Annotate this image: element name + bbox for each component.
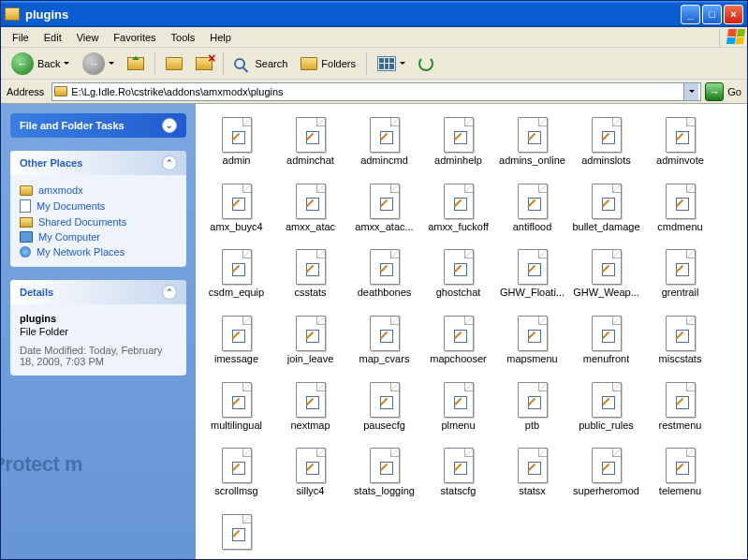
menu-help[interactable]: Help — [202, 30, 239, 45]
file-item[interactable]: amxx_atac... — [349, 184, 419, 233]
folder-sync-button[interactable] — [161, 54, 187, 73]
titlebar[interactable]: plugins _ □ × — [1, 1, 747, 27]
file-item[interactable]: pausecfg — [349, 382, 419, 432]
file-item[interactable]: csdm_equip — [201, 249, 271, 299]
link-label: amxmodx — [38, 184, 83, 196]
chevron-down-icon[interactable] — [400, 62, 405, 67]
details-modified: Date Modified: Today, February 18, 2009,… — [20, 344, 177, 368]
file-label: antiflood — [513, 221, 552, 233]
file-item[interactable]: superheromod — [571, 448, 641, 497]
mydoc-icon — [20, 199, 31, 213]
go-button[interactable]: → — [705, 82, 724, 101]
chevron-down-icon[interactable] — [64, 62, 69, 67]
file-label: map_cvars — [359, 353, 410, 365]
file-item[interactable]: amxx_fuckoff — [423, 184, 493, 233]
file-item[interactable]: join_leave — [275, 316, 345, 365]
panel-header[interactable]: File and Folder Tasks ⌄ — [10, 113, 186, 138]
menu-file[interactable]: File — [5, 30, 37, 45]
file-item[interactable]: mapchooser — [423, 316, 493, 365]
back-button[interactable]: ← Back — [7, 50, 74, 78]
file-item[interactable]: multilingual — [201, 382, 271, 432]
file-item[interactable]: adminhelp — [423, 117, 493, 167]
file-item[interactable]: restmenu — [645, 382, 715, 432]
file-item[interactable]: stats_logging — [349, 448, 419, 497]
file-pane[interactable]: adminadminchatadmincmdadminhelpadmins_on… — [196, 104, 747, 559]
file-item[interactable]: statsx — [497, 448, 567, 497]
file-item[interactable]: adminchat — [275, 117, 345, 167]
explorer-window: plugins _ □ × File Edit View Favorites T… — [0, 0, 748, 560]
sidebar-link-my-network-places[interactable]: My Network Places — [20, 244, 177, 259]
search-button[interactable]: Search — [229, 55, 292, 72]
panel-header[interactable]: Details ⌃ — [10, 280, 186, 304]
file-item[interactable]: bullet_damage — [571, 184, 641, 233]
file-item[interactable]: amx_buyc4 — [201, 184, 271, 233]
menu-tools[interactable]: Tools — [164, 30, 203, 45]
chevron-collapse-icon[interactable]: ⌄ — [162, 118, 177, 133]
menu-favorites[interactable]: Favorites — [106, 30, 163, 45]
up-button[interactable] — [123, 54, 149, 73]
file-item[interactable]: amxx_atac — [275, 184, 345, 233]
forward-button[interactable]: → — [78, 50, 119, 78]
minimize-button[interactable]: _ — [681, 5, 700, 24]
sidebar-link-shared-documents[interactable]: Shared Documents — [20, 214, 177, 229]
file-item[interactable]: plmenu — [423, 382, 493, 432]
file-item[interactable]: admins_online — [497, 117, 567, 167]
back-label: Back — [37, 58, 60, 69]
file-item[interactable]: ptb — [497, 382, 567, 432]
address-dropdown[interactable] — [683, 83, 698, 100]
folder-delete-button[interactable] — [191, 54, 217, 73]
file-item[interactable]: nextmap — [275, 382, 345, 432]
go-label: Go — [727, 86, 741, 97]
file-item[interactable]: statscfg — [423, 448, 493, 497]
chevron-down-icon[interactable] — [109, 62, 114, 67]
watermark: Protect m — [1, 452, 82, 477]
menu-view[interactable]: View — [69, 30, 107, 45]
file-label: multilingual — [211, 420, 262, 432]
folders-button[interactable]: Folders — [296, 54, 360, 73]
sidebar-link-my-computer[interactable]: My Computer — [20, 229, 177, 244]
file-item[interactable] — [201, 514, 271, 552]
chevron-collapse-icon[interactable]: ⌃ — [162, 155, 177, 170]
file-item[interactable]: menufront — [571, 316, 641, 365]
file-item[interactable]: GHW_Floati... — [497, 249, 567, 299]
maximize-button[interactable]: □ — [702, 5, 722, 24]
chevron-collapse-icon[interactable]: ⌃ — [162, 285, 177, 300]
file-item[interactable]: csstats — [275, 249, 345, 299]
panel-title: Other Places — [20, 157, 82, 169]
file-item[interactable]: cmdmenu — [645, 184, 715, 233]
file-item[interactable]: GHW_Weap... — [571, 249, 641, 299]
close-button[interactable]: × — [724, 5, 743, 24]
file-item[interactable]: public_rules — [571, 382, 641, 432]
file-item[interactable]: deathbones — [349, 249, 419, 299]
file-label: adminchat — [286, 155, 334, 167]
file-item[interactable]: mapsmenu — [497, 316, 567, 365]
file-item[interactable]: sillyc4 — [275, 448, 345, 497]
file-item[interactable]: ghostchat — [423, 249, 493, 299]
file-item[interactable]: map_cvars — [349, 316, 419, 365]
file-label: miscstats — [659, 353, 702, 365]
file-item[interactable]: grentrail — [645, 249, 715, 299]
sidebar-link-my-documents[interactable]: My Documents — [20, 198, 177, 214]
file-item[interactable]: antiflood — [497, 184, 567, 233]
sidebar-link-amxmodx[interactable]: amxmodx — [20, 183, 177, 198]
address-label: Address — [7, 86, 44, 97]
views-button[interactable] — [373, 53, 410, 74]
file-item[interactable]: miscstats — [645, 316, 715, 365]
file-label: nextmap — [290, 420, 330, 432]
file-item[interactable]: admin — [201, 117, 271, 167]
file-item[interactable]: adminslots — [571, 117, 641, 167]
file-item[interactable]: admincmd — [349, 117, 419, 167]
file-item[interactable]: imessage — [201, 316, 271, 365]
file-icon — [222, 316, 252, 351]
address-bar: Address E:\Lg.Idle.Ro\cstrike\addons\amx… — [1, 80, 747, 104]
file-item[interactable]: telemenu — [645, 448, 715, 497]
refresh-button[interactable] — [414, 53, 438, 74]
address-input[interactable]: E:\Lg.Idle.Ro\cstrike\addons\amxmodx\plu… — [51, 82, 701, 101]
menu-edit[interactable]: Edit — [37, 30, 69, 45]
folder-icon — [5, 7, 20, 21]
file-item[interactable]: scrollmsg — [201, 448, 271, 497]
file-icon — [592, 448, 622, 483]
file-item[interactable]: adminvote — [645, 117, 715, 167]
panel-header[interactable]: Other Places ⌃ — [10, 151, 186, 175]
file-label: csstats — [294, 287, 326, 299]
